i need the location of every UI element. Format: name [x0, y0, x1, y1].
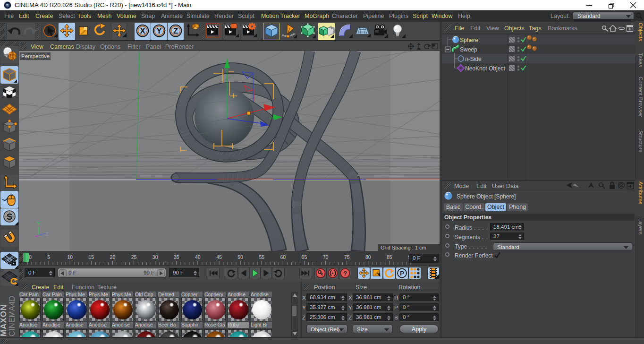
- svg-text:Z: Z: [173, 26, 178, 35]
- svg-text:S: S: [7, 212, 13, 222]
- svg-text:X: X: [140, 26, 145, 35]
- svg-text:60: 60: [280, 254, 286, 260]
- svg-text:?: ?: [343, 270, 347, 277]
- svg-text:80: 80: [365, 254, 371, 260]
- svg-text:70: 70: [323, 254, 329, 260]
- svg-text:Perspective: Perspective: [21, 53, 50, 59]
- svg-text:Y: Y: [37, 221, 40, 226]
- svg-text:75: 75: [344, 254, 350, 260]
- svg-text:65: 65: [302, 254, 307, 260]
- svg-text:Y: Y: [156, 26, 161, 35]
- svg-text:30: 30: [153, 254, 158, 260]
- svg-text:25: 25: [131, 254, 137, 260]
- svg-text:55: 55: [259, 254, 264, 260]
- svg-text:45: 45: [216, 254, 222, 260]
- svg-text:20: 20: [110, 254, 116, 260]
- svg-text:Grid Spacing : 1 cm: Grid Spacing : 1 cm: [381, 245, 426, 250]
- svg-text:P: P: [400, 270, 404, 277]
- svg-text:85: 85: [387, 254, 392, 260]
- svg-text:50: 50: [237, 254, 243, 260]
- svg-text:5: 5: [47, 254, 50, 260]
- svg-text:0: 0: [29, 254, 32, 260]
- svg-text:10: 10: [67, 254, 73, 260]
- svg-text:35: 35: [174, 254, 179, 260]
- svg-text:Z: Z: [46, 232, 49, 237]
- svg-text:40: 40: [195, 254, 201, 260]
- svg-text:15: 15: [88, 254, 94, 260]
